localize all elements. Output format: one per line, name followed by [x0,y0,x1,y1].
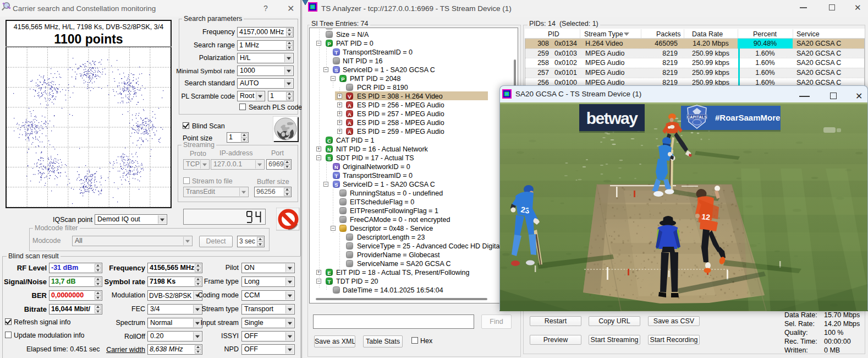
svg-text:betway: betway [586,109,639,127]
svg-text:#RoarSaamMore: #RoarSaamMore [715,113,780,122]
svg-text:12: 12 [701,212,711,222]
svg-text:CAPITALS: CAPITALS [687,115,707,119]
